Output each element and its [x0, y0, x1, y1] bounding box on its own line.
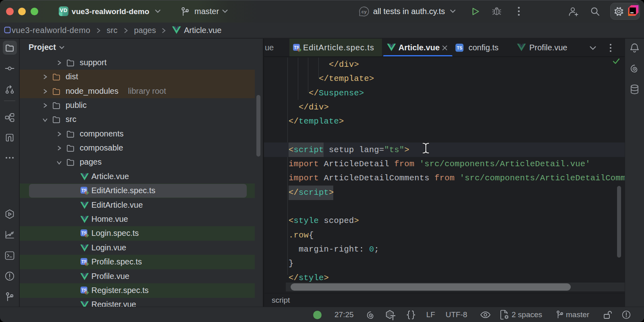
svg-text:TS: TS [457, 45, 462, 50]
svg-text:cy: cy [361, 9, 367, 14]
